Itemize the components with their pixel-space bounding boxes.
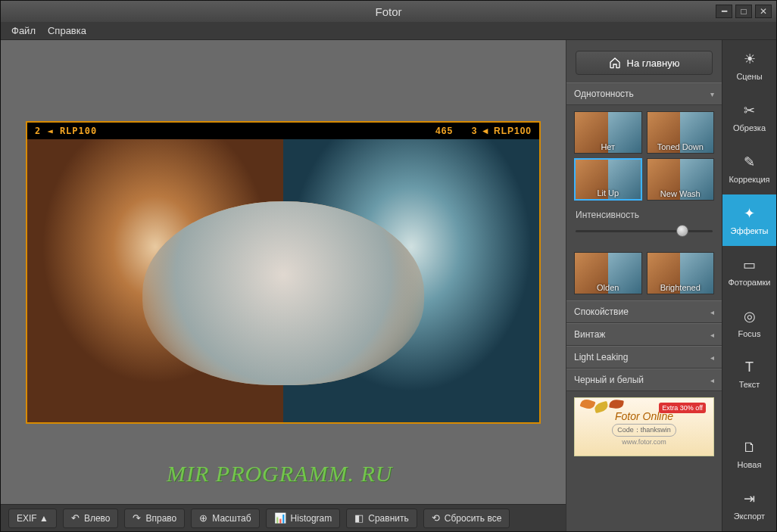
effect-thumb-brightened[interactable]: Brightened <box>647 252 715 294</box>
sun-icon: ☀ <box>744 51 756 67</box>
reset-icon: ⟲ <box>432 512 440 524</box>
sparkle-icon: ✦ <box>744 205 755 222</box>
menu-file[interactable]: Файл <box>11 25 36 36</box>
leaf-icon <box>609 399 624 410</box>
canvas-view: 2 ◄ RLP100 465 3 ◄ RLP100 <box>1 40 566 504</box>
rotate-left-icon: ↶ <box>71 512 80 524</box>
promo-badge: Extra 30% off <box>659 403 706 413</box>
target-icon: ◎ <box>744 308 756 325</box>
rail-text[interactable]: TТекст <box>722 349 776 400</box>
exif-button[interactable]: EXIF ▲ <box>8 509 57 528</box>
rotate-left-button[interactable]: ↶Влево <box>63 509 119 528</box>
compare-button[interactable]: ◧Сравнить <box>346 509 417 528</box>
document-icon: 🗋 <box>743 440 757 456</box>
section-bw[interactable]: Черный и белый◂ <box>566 369 722 391</box>
leaf-icon <box>579 397 595 410</box>
zoom-icon: ⊕ <box>199 512 208 524</box>
effect-thumb-new-wash[interactable]: New Wash <box>647 158 715 201</box>
film-marker-left: 2 ◄ RLP100 <box>35 126 97 136</box>
titlebar: Fotor ━ □ ✕ <box>1 1 776 22</box>
maximize-button[interactable]: □ <box>735 5 752 18</box>
rail-scenes[interactable]: ☀Сцены <box>722 40 776 92</box>
chevron-down-icon: ▾ <box>710 90 714 98</box>
intensity-slider[interactable] <box>576 225 713 237</box>
rail-frames[interactable]: ▭Фоторамки <box>722 246 776 297</box>
chevron-left-icon: ◂ <box>710 376 714 384</box>
intensity-label: Интенсивность <box>566 207 722 220</box>
home-icon <box>609 57 621 69</box>
section-monotone[interactable]: Однотонность▾ <box>566 82 722 105</box>
bottom-toolbar: EXIF ▲ ↶Влево ↷Вправо ⊕Масштаб 📊Histogra… <box>1 504 566 531</box>
compare-icon: ◧ <box>354 512 364 524</box>
histogram-button[interactable]: 📊Histogram <box>266 509 341 528</box>
menubar: Файл Справка <box>1 22 776 40</box>
rotate-right-icon: ↷ <box>133 512 141 524</box>
zoom-button[interactable]: ⊕Масштаб <box>191 509 259 528</box>
histogram-icon: 📊 <box>274 512 286 524</box>
rotate-right-button[interactable]: ↷Вправо <box>124 509 185 528</box>
chevron-left-icon: ◂ <box>710 331 714 339</box>
section-calm[interactable]: Спокойствие◂ <box>566 300 722 323</box>
text-icon: T <box>745 359 754 375</box>
crop-icon: ✂ <box>744 102 755 119</box>
effect-thumb-none[interactable]: Нет <box>574 111 642 154</box>
close-button[interactable]: ✕ <box>755 5 772 18</box>
chevron-left-icon: ◂ <box>710 308 714 316</box>
rail-effects[interactable]: ✦Эффекты <box>722 194 776 246</box>
film-marker-right: 465 3 ◄ RLP100 <box>435 126 532 136</box>
rail-new[interactable]: 🗋Новая <box>722 429 776 480</box>
promo-banner[interactable]: Extra 30% off Fotor Online Code：thankswi… <box>574 397 714 456</box>
slider-thumb[interactable] <box>676 225 688 237</box>
pencil-icon: ✎ <box>744 154 755 170</box>
home-button[interactable]: На главную <box>576 51 713 75</box>
section-vintage[interactable]: Винтаж◂ <box>566 323 722 346</box>
promo-url: www.fotor.com <box>575 438 713 446</box>
photo-after <box>283 139 539 422</box>
section-light-leaking[interactable]: Light Leaking◂ <box>566 346 722 369</box>
rail-export[interactable]: ⇥Экспорт <box>722 480 776 531</box>
rail-focus[interactable]: ◎Focus <box>722 297 776 349</box>
promo-code: Code：thankswin <box>612 424 676 437</box>
rail-crop[interactable]: ✂Обрезка <box>722 92 776 143</box>
effect-thumb-toned-down[interactable]: Toned Down <box>647 111 715 154</box>
minimize-button[interactable]: ━ <box>716 5 732 18</box>
effect-thumb-olden[interactable]: Olden <box>574 252 642 294</box>
window-title: Fotor <box>375 5 401 18</box>
export-icon: ⇥ <box>744 490 755 507</box>
reset-button[interactable]: ⟲Сбросить все <box>423 509 510 528</box>
effects-panel: На главную Однотонность▾ Нет Toned Down … <box>566 40 722 531</box>
photo-frame[interactable]: 2 ◄ RLP100 465 3 ◄ RLP100 <box>26 121 541 424</box>
frame-icon: ▭ <box>743 257 756 273</box>
effect-thumb-lit-up[interactable]: Lit Up <box>574 158 642 201</box>
menu-help[interactable]: Справка <box>48 25 86 36</box>
side-rail: ☀Сцены ✂Обрезка ✎Коррекция ✦Эффекты ▭Фот… <box>722 40 776 531</box>
chevron-left-icon: ◂ <box>710 353 714 362</box>
rail-correction[interactable]: ✎Коррекция <box>722 143 776 194</box>
